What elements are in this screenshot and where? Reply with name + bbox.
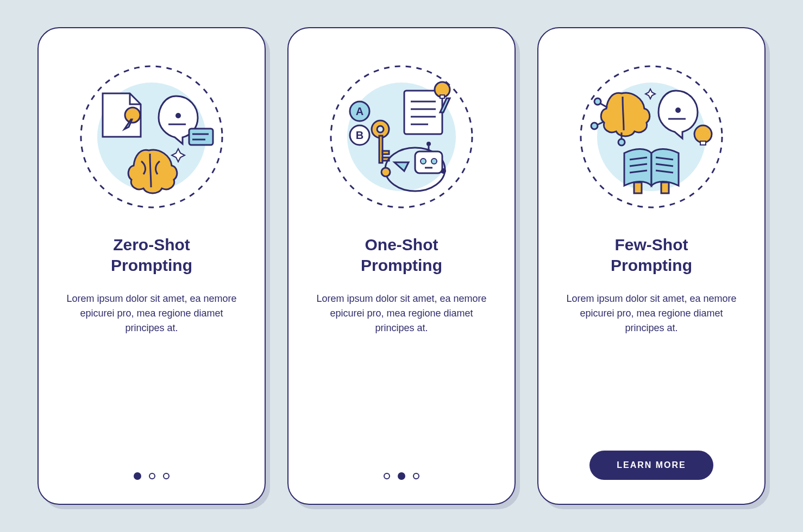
svg-rect-16 [382,151,389,154]
card-title: Few-Shot Prompting [611,235,692,275]
brain-icon [128,149,185,193]
svg-point-30 [431,159,437,164]
svg-rect-4 [189,129,213,145]
svg-rect-18 [404,91,442,134]
svg-point-33 [426,142,431,146]
card-description: Lorem ipsum dolor sit amet, ea nemore ep… [315,292,488,335]
svg-text:A: A [356,105,363,117]
zero-shot-illustration [70,55,233,218]
pager-dots[interactable] [384,472,419,480]
one-shot-illustration: A B [320,55,483,218]
pager-dot-3[interactable] [163,473,170,479]
card-description: Lorem ipsum dolor sit amet, ea nemore ep… [65,292,239,335]
svg-point-38 [618,139,625,145]
card-title: One-Shot Prompting [361,235,442,275]
few-shot-illustration [570,55,733,218]
card-description: Lorem ipsum dolor sit amet, ea nemore ep… [564,292,738,335]
card-title: Zero-Shot Prompting [111,235,192,275]
svg-point-2 [125,107,140,123]
learn-more-button[interactable]: LEARN MORE [589,451,713,480]
svg-point-29 [421,159,426,164]
svg-point-26 [381,168,390,176]
document-icon [103,93,141,137]
svg-point-3 [175,113,181,118]
onboarding-card-zero-shot: Zero-Shot Prompting Lorem ipsum dolor si… [37,27,266,505]
svg-text:B: B [356,129,363,141]
pager-dot-2[interactable] [398,472,405,480]
svg-rect-28 [415,151,442,173]
pager-dot-2[interactable] [149,473,155,479]
onboarding-card-few-shot: Few-Shot Prompting Lorem ipsum dolor sit… [537,27,766,505]
pager-dot-1[interactable] [384,473,390,479]
svg-rect-52 [661,182,669,193]
pager-dots[interactable] [134,472,170,480]
pager-dot-3[interactable] [413,473,419,479]
svg-point-37 [591,123,598,129]
svg-rect-44 [700,141,706,145]
svg-point-42 [675,107,681,113]
svg-point-14 [377,126,384,132]
svg-rect-24 [440,95,444,98]
pager-dot-1[interactable] [134,472,141,480]
svg-point-43 [694,125,712,143]
onboarding-card-one-shot: A B [287,27,516,505]
svg-rect-51 [634,182,642,193]
